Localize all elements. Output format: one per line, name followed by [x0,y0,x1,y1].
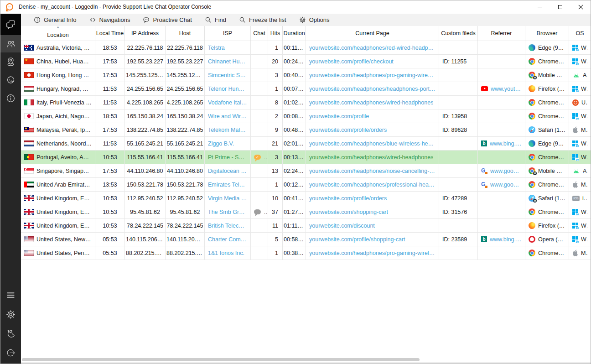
table-row[interactable]: Malaysia, Perak, Ipoh, ...17:53138.222.7… [21,123,591,137]
isp-link[interactable]: The Smb Group [208,209,247,215]
column-header-referrer[interactable]: Referrer [478,26,525,41]
current-page-link[interactable]: yourwebsite.com/headphones/pro-gaming-wi… [309,250,435,256]
current-page-link[interactable]: yourwebsite.com/headphones/wired-headpho… [309,154,433,161]
column-header-chat[interactable]: Chat [251,26,268,41]
table-row[interactable]: Australia, Victoria, Ge...18:5322.225.76… [21,41,591,55]
toolbar-item-proactive-chat[interactable]: Proactive Chat [136,14,198,26]
table-row[interactable]: United Kingdom, Engl...10:53112.95.240.5… [21,192,591,205]
isp-link[interactable]: Ziggo B.V. [208,140,234,147]
sidebar-item-gear[interactable] [0,305,21,324]
sidebar-item-menu[interactable] [0,286,21,305]
column-header-local-time[interactable]: Local Time [95,26,125,41]
cell-duration-text: 00:08:11 [284,113,305,120]
os-label: Win [581,236,587,243]
isp-link[interactable]: Virgin Media Li... [208,195,247,202]
column-header-os[interactable]: OS [569,26,591,41]
isp-link[interactable]: Simcentric Solu... [208,72,247,78]
horizontal-scrollbar[interactable] [21,358,591,362]
cell-ip-address-text: 24.255.156.65 [127,86,163,92]
table-row[interactable]: United States, New Yo...05:53140.115.206… [21,233,591,246]
isp-link[interactable]: Pt Prime - Solu... [208,154,247,161]
sidebar-item-operator-headset[interactable] [0,71,21,89]
table-row[interactable]: United Kingdom, Engl...10:5378.24.222.14… [21,219,591,233]
table-row[interactable]: Japan, Aichi, Nagoya, ...18:53165.150.38… [21,109,591,123]
cell-referrer [478,109,525,123]
isp-link[interactable]: British Telecom... [208,223,247,229]
sidebar-item-chats[interactable] [0,14,21,35]
toolbar-item-options[interactable]: Options [293,14,336,26]
cell-os: Win [569,109,591,123]
table-row[interactable]: United Arab Emirates...13:53150.53.221.7… [21,178,591,192]
table-row[interactable]: Italy, Friuli-Venezia Gi...11:534.225.10… [21,96,591,109]
minimize-button[interactable] [529,0,550,14]
table-row[interactable]: United States, Pennsy...05:5388.202.215.… [21,246,591,260]
horizontal-scrollbar-thumb[interactable] [22,358,420,361]
current-page-link[interactable]: yourwebsite.com/headphones/blue-wireless… [309,140,435,147]
current-page-link[interactable]: yourwebsite.com/profile/shopping-cart [309,236,405,243]
referrer-link[interactable]: www.bing.co... [490,140,522,147]
cell-isp: Telekom Malay... [205,123,251,136]
column-header-duration[interactable]: Duration [283,26,306,41]
referrer-link[interactable]: www.youtub... [491,86,522,92]
isp-link[interactable]: Charter Commu... [208,236,247,243]
column-header-hits[interactable]: Hits [268,26,283,41]
isp-link[interactable]: Telenor Hungar... [208,86,247,92]
cell-custom-fields [439,96,478,109]
cell-custom-fields-text: ID: 11255 [442,58,467,65]
toolbar-item-navigations[interactable]: Navigations [83,14,137,26]
isp-link[interactable]: Telstra [208,45,225,51]
current-page-link[interactable]: yourwebsite.com/headphones/wired-headpho… [309,99,433,106]
table-row[interactable]: China, Hubei, Huangg...17:53192.55.23.22… [21,55,591,68]
table-row[interactable]: Hong Kong, Hong Ko...17:53145.255.125.55… [21,68,591,82]
column-header-host[interactable]: Host [166,26,205,41]
column-header-custom-fileds[interactable]: Custom fileds [439,26,478,41]
toolbar-item-find[interactable]: Find [198,14,233,26]
column-header-browser[interactable]: Browser [525,26,569,41]
sidebar-item-location-pin[interactable] [0,52,21,71]
gear-icon [299,16,306,23]
toolbar-item-general-info[interactable]: General Info [27,14,83,26]
table-row[interactable]: United Kingdom, Engl...10:5395.45.81.629… [21,205,591,219]
current-page-link[interactable]: yourwebsite.com/headphones/red-wired-hea… [309,45,435,51]
current-page-link[interactable]: yourwebsite.com/profile/checkout [309,58,394,65]
cell-hits-text: 9 [275,127,278,133]
sidebar-item-info-circle[interactable] [0,89,21,107]
current-page-link[interactable]: yourwebsite.com/profile/orders [309,127,387,133]
isp-link[interactable]: Chinanet Hube... [208,58,247,65]
isp-link[interactable]: Telekom Malay... [208,127,247,133]
column-header-location[interactable]: ^Location [21,26,95,41]
column-header-current-page[interactable]: Current Page [306,26,439,41]
close-button[interactable] [570,0,591,14]
column-header-ip-address[interactable]: IP Address [125,26,166,41]
isp-link[interactable]: Wire and Wirel... [208,113,247,120]
windows10-icon [572,154,578,160]
title-bar: Denise - my_account - LoggedIn - Provide… [0,0,591,14]
isp-link[interactable]: Emirates Teleco... [208,182,247,188]
referrer-link[interactable]: www.google... [490,182,522,188]
cell-hits: 20 [268,55,283,68]
sidebar-item-dark-mode-moon[interactable] [0,324,21,343]
current-page-link[interactable]: yourwebsite.com/headphones/headphones-po… [309,86,435,92]
isp-link[interactable]: 1&1 Ionos Inc. [208,250,244,256]
referrer-link[interactable]: www.google... [490,168,522,174]
sidebar-item-visitors[interactable] [0,35,21,52]
current-page-link[interactable]: yourwebsite.com/headphones/pro-gaming-wi… [309,72,435,78]
cell-host-text: 4.225.108.265 [167,99,203,106]
current-page-link[interactable]: yourwebsite.com/headphones/noise-cancell… [309,168,435,174]
table-row[interactable]: Netherlands, Noord-...11:5355.165.245.21… [21,137,591,151]
current-page-link[interactable]: yourwebsite.com/headphones/professional-… [309,182,435,188]
current-page-link[interactable]: yourwebsite.com/profile [309,113,369,120]
sidebar-item-logout[interactable] [0,343,21,362]
column-header-isp[interactable]: ISP [205,26,251,41]
current-page-link[interactable]: yourwebsite.com/profile/orders [309,195,387,202]
current-page-link[interactable]: yourwebsite.com/shopping-cart [309,209,388,215]
table-row[interactable]: Singapore, Singapore...17:5344.110.246.8… [21,164,591,178]
current-page-link[interactable]: yourwebsite.com/discount [309,223,375,229]
table-row[interactable]: Portugal, Aveiro, Ave...10:53115.55.166.… [21,151,591,164]
toolbar-item-freeze-the-list[interactable]: Freeze the list [233,14,293,26]
isp-link[interactable]: Vodafone Italia ... [208,99,247,106]
table-row[interactable]: Hungary, Nograd, Kar...11:5324.255.156.6… [21,82,591,96]
referrer-link[interactable]: www.bing.co... [490,236,522,243]
isp-link[interactable]: Digitalocean Llc [208,168,247,174]
maximize-button[interactable] [550,0,570,14]
